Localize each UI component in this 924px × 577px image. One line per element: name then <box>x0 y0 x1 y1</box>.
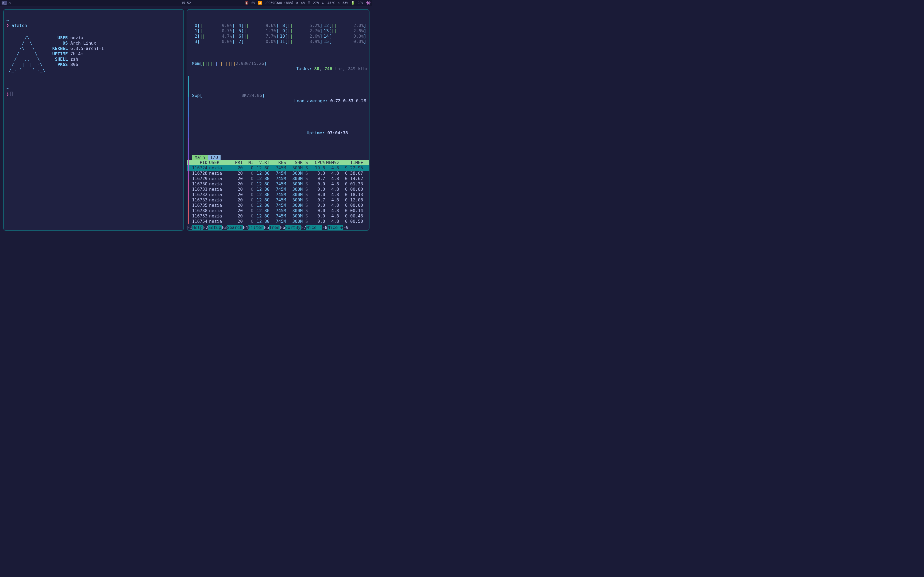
fkey-f7[interactable]: F7 <box>301 225 306 230</box>
process-row[interactable]: 116732nezia20012.8G745M300MS0.04.80:18.1… <box>187 192 369 197</box>
tasks-label: Tasks: <box>296 66 314 71</box>
process-header[interactable]: PID USER PRI NI VIRT RES SHR S CPU% MEM%… <box>187 160 369 165</box>
fkey-f4[interactable]: F4 <box>243 225 248 230</box>
fkey-f1[interactable]: F1 <box>187 225 192 230</box>
process-row[interactable]: 116735nezia20012.8G745M300MS0.04.80:00.0… <box>187 203 369 208</box>
process-row[interactable]: 116728nezia20012.8G745M300MS3.34.80:38.0… <box>187 171 369 176</box>
clock: 15:52 <box>181 1 191 5</box>
fkey-f5[interactable]: F5 <box>264 225 269 230</box>
col-pri[interactable]: PRI <box>225 160 243 165</box>
process-row[interactable]: 116730nezia20012.8G745M300MS0.04.80:01.3… <box>187 181 369 187</box>
col-s[interactable]: S <box>303 160 308 165</box>
fkey-label-f3[interactable]: Search <box>227 225 243 230</box>
cpu-meter-11: 11[||3.9%] <box>279 39 322 44</box>
gear-pct: 4% <box>301 1 305 5</box>
fkey-bar: F1Help F2Setup F3SearchF4FilterF5Tree F6… <box>187 225 369 230</box>
temp-label: 45°C <box>327 1 335 5</box>
threads-count: 746 <box>325 66 332 71</box>
afetch-logo: /\ / \ /\ \ / \ / ,, \ / | | -\ /_-'' ''… <box>6 35 50 73</box>
load-label: Load average: <box>294 98 330 103</box>
uptime-value: 07:04:38 <box>327 131 348 135</box>
cpu-meter-14: 14[0.0%] <box>323 34 366 39</box>
wifi-label: UPC59F3A0 (88%) <box>265 1 294 5</box>
prompt-arrow: ❯ <box>6 23 9 28</box>
fkey-label-f2[interactable]: Setup <box>208 225 221 230</box>
thermometer-icon[interactable]: 🌡 <box>321 1 325 5</box>
bars-icon[interactable]: ☰ <box>307 1 310 5</box>
process-row[interactable]: 116733nezia20012.8G745M300MS0.74.80:12.0… <box>187 197 369 203</box>
sort-indicator-icon: ▽ <box>336 160 339 165</box>
fkey-label-f9[interactable] <box>349 225 349 230</box>
tab-io[interactable]: I/O <box>208 155 221 160</box>
process-row[interactable]: 116754nezia20012.8G745M300MS0.04.80:00.5… <box>187 219 369 224</box>
col-cpu[interactable]: CPU% <box>308 160 325 165</box>
mem-bar-yellow: |||||| <box>220 61 236 66</box>
process-row[interactable]: 116729nezia20012.8G745M300MS0.74.80:14.6… <box>187 176 369 181</box>
terminal-pane[interactable]: ~ ❯ afetch /\ / \ /\ \ / \ / ,, \ / | | … <box>3 9 184 231</box>
cpu-meter-12: 12[||2.0%] <box>323 23 366 28</box>
process-list[interactable]: 116724nezia20012.8G745M300MS19.64.89:22.… <box>187 165 369 225</box>
htop-meters: 0[|9.0%]4[||9.6%]8[||5.2%]12[||2.0%]1[|0… <box>187 11 369 153</box>
tasks-count: 80 <box>314 66 319 71</box>
fkey-f6[interactable]: F6 <box>280 225 285 230</box>
cpu-meter-10: 10[||2.6%] <box>279 34 322 39</box>
col-mem[interactable]: MEM%▽ <box>325 160 339 165</box>
afetch-info: USER nezia OS Arch Linux KERNEL 6.3.5-ar… <box>52 35 104 73</box>
cpu-meter-3: 3[0.0%] <box>192 39 235 44</box>
fkey-f2[interactable]: F2 <box>203 225 208 230</box>
cpu-meter-5: 5[|1.3%] <box>236 28 279 34</box>
app-icon[interactable]: ◔ <box>8 1 10 5</box>
discord-icon[interactable]: 👾 <box>366 1 371 5</box>
htop-tabs: Main I/O <box>187 155 369 160</box>
wifi-icon[interactable]: 📶 <box>258 1 262 5</box>
sun-icon[interactable]: ☀ <box>338 1 339 5</box>
swap-value: 0K/24.0G <box>241 93 262 109</box>
fkey-label-f1[interactable]: Help <box>192 225 203 230</box>
mem-value: 2.93G/15.2G <box>236 61 264 77</box>
process-row[interactable]: 116753nezia20012.8G745M300MS0.04.80:00.4… <box>187 213 369 219</box>
fkey-label-f6[interactable]: SortBy <box>285 225 301 230</box>
fkey-f8[interactable]: F8 <box>322 225 327 230</box>
col-virt[interactable]: VIRT <box>254 160 270 165</box>
col-shr[interactable]: SHR <box>286 160 303 165</box>
cpu-meter-1: 1[|0.7%] <box>192 28 235 34</box>
process-row[interactable]: 116738nezia20012.8G745M300MS0.04.80:00.1… <box>187 208 369 213</box>
prompt-cwd-2: ~ <box>6 86 9 91</box>
cursor[interactable] <box>10 92 13 96</box>
rainbow-strip <box>188 76 189 224</box>
gear-icon[interactable]: ⚙ <box>296 1 298 5</box>
prompt-arrow-2: ❯ <box>6 91 9 97</box>
process-row[interactable]: 116724nezia20012.8G745M300MS19.64.89:22.… <box>187 165 369 171</box>
volume-pct: 0% <box>251 1 255 5</box>
fkey-f3[interactable]: F3 <box>221 225 227 230</box>
fkey-label-f8[interactable]: Nice + <box>328 225 344 230</box>
fkey-label-f5[interactable]: Tree <box>269 225 280 230</box>
fkey-f9[interactable]: F9 <box>343 225 348 230</box>
cpu-meter-7: 7[0.0%] <box>236 39 279 44</box>
uptime-label: Uptime: <box>307 131 327 135</box>
col-pid[interactable]: PID <box>189 160 207 165</box>
entered-command: afetch <box>11 23 27 28</box>
cpu-meter-9: 9[||2.7%] <box>279 28 322 34</box>
col-time[interactable]: TIME+ <box>339 160 363 165</box>
battery-pct: 98% <box>357 1 363 5</box>
col-user[interactable]: USER <box>207 160 225 165</box>
cpu-meter-2: 2[||4.7%] <box>192 34 235 39</box>
fkey-label-f7[interactable]: Nice - <box>306 225 322 230</box>
tab-main[interactable]: Main <box>192 155 208 160</box>
htop-pane[interactable]: 0[|9.0%]4[||9.6%]8[||5.2%]12[||2.0%]1[|0… <box>187 9 370 231</box>
col-ni[interactable]: NI <box>243 160 254 165</box>
mem-bar-green: ||||| <box>202 61 215 66</box>
cpu-meter-15: 15[0.0%] <box>323 39 366 44</box>
cpu-meter-0: 0[|9.0%] <box>192 23 235 28</box>
cpu-meter-4: 4[||9.6%] <box>236 23 279 28</box>
battery-icon[interactable]: 🔋 <box>351 1 355 5</box>
fkey-label-f4[interactable]: Filter <box>248 225 264 230</box>
col-res[interactable]: RES <box>270 160 286 165</box>
process-row[interactable]: 116731nezia20012.8G745M300MS0.04.80:00.0… <box>187 187 369 192</box>
prompt-cwd: ~ <box>6 18 9 23</box>
volume-icon[interactable]: 🔇 <box>245 1 249 5</box>
cpu-meter-6: 6[||7.7%] <box>236 34 279 39</box>
mem-bar-blue: || <box>215 61 220 66</box>
terminal-icon[interactable]: >_ <box>2 1 7 5</box>
